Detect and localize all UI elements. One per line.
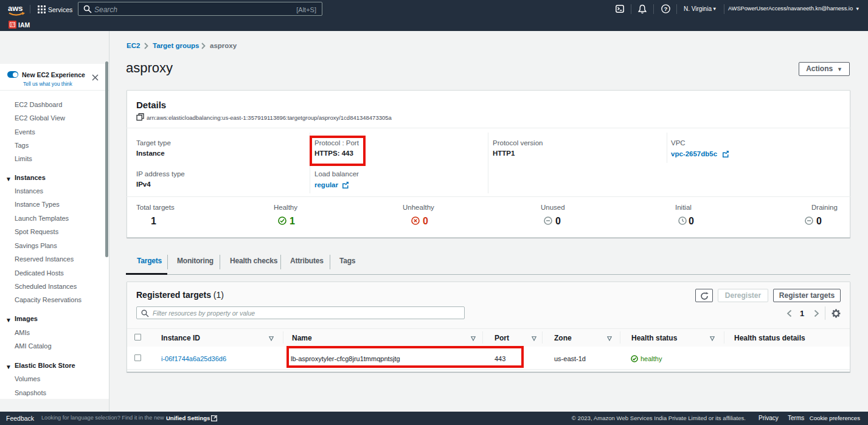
svg-text:aws: aws <box>8 4 23 13</box>
svg-text:?: ? <box>664 5 668 12</box>
